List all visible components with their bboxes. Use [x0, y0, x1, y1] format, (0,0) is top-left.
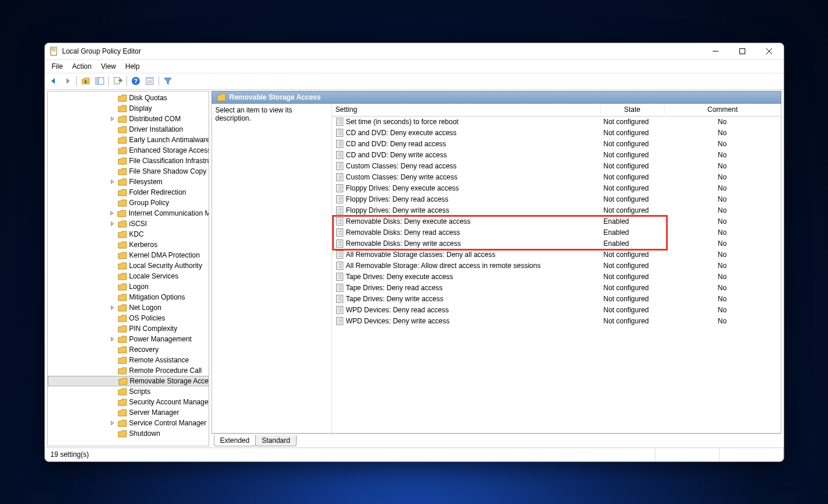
tree-item[interactable]: Enhanced Storage Access: [48, 145, 209, 156]
setting-row[interactable]: Floppy Drives: Deny execute accessNot co…: [332, 183, 781, 194]
column-comment[interactable]: Comment: [664, 105, 781, 114]
setting-row[interactable]: All Removable Storage classes: Deny all …: [332, 249, 781, 260]
up-button[interactable]: [79, 75, 92, 87]
filter-button[interactable]: [161, 75, 174, 87]
tree-item[interactable]: Kerberos: [48, 239, 209, 250]
expand-icon: [108, 104, 117, 112]
tree-item-label: Scripts: [129, 387, 151, 396]
tree-item[interactable]: Net Logon: [48, 302, 209, 313]
svg-rect-135: [336, 262, 343, 270]
menu-help[interactable]: Help: [121, 62, 145, 71]
column-setting[interactable]: Setting: [332, 105, 600, 114]
setting-row[interactable]: Tape Drives: Deny execute accessNot conf…: [332, 272, 781, 283]
setting-row[interactable]: Floppy Drives: Deny write accessNot conf…: [332, 205, 781, 216]
tree-item[interactable]: Distributed COM: [48, 114, 209, 124]
tree-item[interactable]: Service Control Manager Settings: [48, 418, 209, 428]
setting-row[interactable]: Custom Classes: Deny write accessNot con…: [332, 172, 781, 183]
description-text: Select an item to view its description.: [216, 106, 293, 122]
policy-icon: [336, 129, 344, 137]
tree-item[interactable]: KDC: [48, 229, 209, 239]
setting-row[interactable]: CD and DVD: Deny execute accessNot confi…: [332, 128, 781, 139]
tree-item[interactable]: File Classification Infrastructure: [48, 156, 209, 166]
tree-item[interactable]: Locale Services: [48, 271, 209, 281]
tree-item[interactable]: PIN Complexity: [48, 323, 209, 334]
tree-item[interactable]: Local Security Authority: [48, 260, 209, 271]
column-state[interactable]: State: [600, 105, 664, 114]
menu-view[interactable]: View: [96, 62, 121, 71]
expand-icon: [108, 94, 117, 102]
export-list-button[interactable]: [111, 75, 124, 87]
minimize-button[interactable]: [702, 43, 729, 59]
setting-row[interactable]: Removable Disks: Deny execute accessEnab…: [332, 216, 781, 227]
expand-icon[interactable]: [108, 419, 117, 427]
folder-icon: [118, 283, 127, 291]
svg-rect-15: [146, 77, 153, 79]
help-button[interactable]: ?: [129, 75, 142, 87]
tab-extended[interactable]: Extended: [214, 435, 256, 446]
menu-action[interactable]: Action: [68, 62, 96, 71]
setting-row[interactable]: CD and DVD: Deny write accessNot configu…: [332, 150, 781, 161]
tree-item[interactable]: OS Policies: [48, 313, 209, 323]
setting-row[interactable]: Custom Classes: Deny read accessNot conf…: [332, 161, 781, 172]
tree-item-label: Filesystem: [129, 178, 163, 186]
setting-row[interactable]: Set time (in seconds) to force rebootNot…: [332, 117, 781, 128]
policy-icon: [336, 140, 344, 148]
tree-item[interactable]: Group Policy: [48, 198, 209, 208]
tree-item[interactable]: Removable Storage Access: [48, 376, 209, 386]
setting-row[interactable]: WPD Devices: Deny write accessNot config…: [332, 316, 781, 327]
tree-scroll[interactable]: Disk QuotasDisplayDistributed COMDriver …: [48, 91, 209, 446]
setting-state: Not configured: [600, 118, 664, 126]
svg-rect-117: [336, 240, 343, 248]
expand-icon[interactable]: [108, 335, 117, 343]
tree-item[interactable]: iSCSI: [48, 218, 209, 229]
menu-file[interactable]: File: [47, 62, 68, 71]
setting-row[interactable]: Floppy Drives: Deny read accessNot confi…: [332, 194, 781, 205]
tree-item[interactable]: File Share Shadow Copy Provider: [48, 166, 209, 177]
tree-item[interactable]: Scripts: [48, 386, 209, 397]
policy-icon: [336, 162, 344, 170]
setting-row[interactable]: CD and DVD: Deny read accessNot configur…: [332, 139, 781, 150]
expand-icon[interactable]: [108, 209, 116, 217]
expand-icon[interactable]: [108, 220, 117, 228]
window-title: Local Group Policy Editor: [62, 47, 702, 55]
tree-item[interactable]: Mitigation Options: [48, 292, 209, 302]
tree-item-label: Removable Storage Access: [130, 377, 209, 385]
tree-item[interactable]: Shutdown: [48, 428, 209, 439]
tree-item[interactable]: Disk Quotas: [48, 93, 209, 103]
expand-icon[interactable]: [108, 178, 117, 186]
properties-button[interactable]: [143, 75, 156, 87]
tree-item[interactable]: Server Manager: [48, 407, 209, 418]
tree-item[interactable]: Recovery: [48, 344, 209, 355]
folder-icon: [118, 293, 127, 301]
folder-icon: [217, 93, 226, 101]
tree-item[interactable]: Internet Communication Management: [48, 208, 209, 218]
setting-row[interactable]: WPD Devices: Deny read accessNot configu…: [332, 305, 781, 316]
setting-row[interactable]: All Removable Storage: Allow direct acce…: [332, 260, 781, 272]
setting-row[interactable]: Tape Drives: Deny read accessNot configu…: [332, 283, 781, 294]
list-body[interactable]: Set time (in seconds) to force rebootNot…: [332, 117, 781, 433]
tree-item[interactable]: Logon: [48, 281, 209, 292]
back-button[interactable]: [47, 75, 60, 87]
tree-item[interactable]: Display: [48, 103, 209, 114]
setting-row[interactable]: Removable Disks: Deny write accessEnable…: [332, 238, 781, 249]
setting-row[interactable]: Tape Drives: Deny write accessNot config…: [332, 294, 781, 305]
tree-item[interactable]: Remote Procedure Call: [48, 365, 209, 376]
setting-row[interactable]: Removable Disks: Deny read accessEnabled…: [332, 227, 781, 238]
show-hide-tree-button[interactable]: [93, 75, 106, 87]
forward-button[interactable]: [61, 75, 74, 87]
close-button[interactable]: [756, 43, 783, 59]
maximize-button[interactable]: [729, 43, 756, 59]
tree-item[interactable]: Filesystem: [48, 177, 209, 187]
tree-item[interactable]: Early Launch Antimalware: [48, 135, 209, 145]
tab-standard[interactable]: Standard: [255, 435, 297, 446]
tree-item[interactable]: Folder Redirection: [48, 187, 209, 198]
tree-item[interactable]: Kernel DMA Protection: [48, 250, 209, 260]
expand-icon: [108, 429, 117, 438]
expand-icon[interactable]: [108, 115, 117, 123]
tree-item[interactable]: Driver Installation: [48, 124, 209, 135]
expand-icon[interactable]: [108, 304, 117, 312]
tree-item[interactable]: Power Management: [48, 334, 209, 344]
expand-icon: [108, 125, 117, 133]
tree-item[interactable]: Security Account Manager: [48, 397, 209, 407]
tree-item[interactable]: Remote Assistance: [48, 355, 209, 365]
